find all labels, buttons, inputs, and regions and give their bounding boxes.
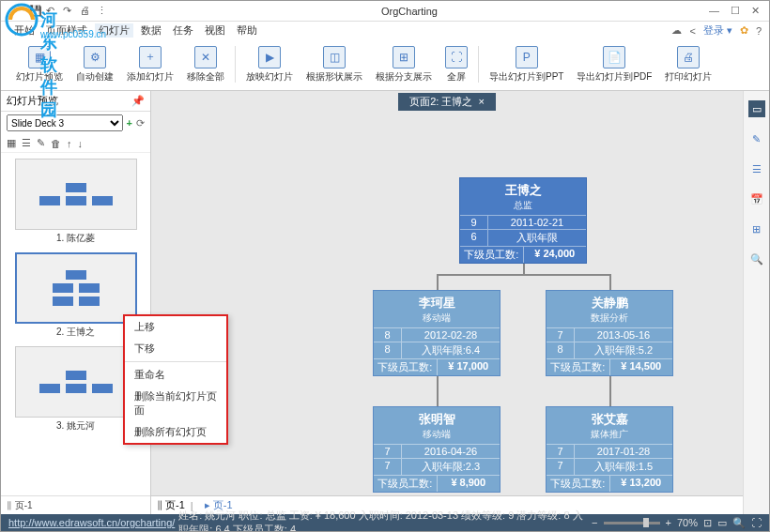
cloud-icon[interactable]: ☁ (671, 24, 682, 37)
right-toolbar: ▭ ✎ ☰ 📅 ⊞ 🔍 (743, 91, 769, 514)
menu-item[interactable]: 开始 (10, 23, 38, 38)
rt-calendar-icon[interactable]: 📅 (748, 190, 765, 207)
rt-search-icon[interactable]: 🔍 (748, 251, 765, 267)
ribbon-byshape[interactable]: ◫根据形状展示 (300, 42, 368, 86)
refresh-icon[interactable]: ⟳ (136, 117, 145, 129)
status-fit-icon[interactable]: ⊡ (703, 517, 712, 529)
menu-item[interactable]: 视图 (201, 23, 229, 38)
sidebar-title: 幻灯片预览 (7, 94, 58, 108)
ctx-delpage[interactable]: 删除当前幻灯片页面 (125, 386, 226, 421)
tool-delete-icon[interactable]: 🗑 (51, 138, 61, 149)
status-fullscreen-icon[interactable]: ⛶ (751, 517, 762, 528)
menu-item[interactable]: 页面样式 (42, 23, 91, 38)
ribbon-autocreate[interactable]: ⚙自动创建 (70, 42, 119, 86)
org-node[interactable]: 张明智移动端 72016-04-26 7入职年限:2.3 下级员工数:¥ 8,9… (373, 406, 500, 493)
rt-tree-icon[interactable]: ⊞ (748, 220, 765, 237)
ribbon-exportppt[interactable]: P导出幻灯片到PPT (484, 42, 569, 86)
qat-more-icon[interactable]: ⋮ (97, 5, 110, 18)
login-link[interactable]: 登录 ▾ (703, 23, 732, 38)
status-page-icon[interactable]: ▭ (717, 517, 727, 529)
menu-item[interactable]: 数据 (137, 23, 165, 38)
window-max-icon[interactable]: ☐ (731, 5, 740, 17)
sidebar-pager[interactable]: ‖ 页-1 (1, 495, 150, 514)
ctx-movedown[interactable]: 下移 (125, 338, 226, 359)
org-node[interactable]: 关静鹏数据分析 72013-05-16 8入职年限:5.2 下级员工数:¥ 14… (546, 290, 673, 376)
org-node[interactable]: 张艾嘉媒体推广 72017-01-28 7入职年限:1.5 下级员工数:¥ 13… (546, 406, 673, 493)
ribbon-toolbar: ▦幻灯片预览 ⚙自动创建 ＋添加幻灯片 ✕移除全部 ▶放映幻灯片 ◫根据形状展示… (1, 38, 769, 91)
ribbon-preview[interactable]: ▦幻灯片预览 (10, 42, 69, 86)
rt-style-icon[interactable]: ✎ (748, 130, 765, 147)
rt-list-icon[interactable]: ☰ (748, 160, 765, 177)
context-menu: 上移 下移 重命名 删除当前幻灯片页面 删除所有幻灯页 (123, 314, 228, 445)
help-icon[interactable]: ? (756, 25, 762, 37)
status-url[interactable]: http://www.edrawsoft.cn/orgcharting/ (8, 517, 175, 528)
ribbon-play[interactable]: ▶放映幻灯片 (240, 42, 299, 86)
canvas-tab[interactable]: 页面2: 王博之 × (398, 93, 496, 111)
pin-icon[interactable]: 📌 (131, 95, 145, 107)
ribbon-removeall[interactable]: ✕移除全部 (181, 42, 230, 86)
org-node[interactable]: 李珂星移动端 82012-02-28 8入职年限:6.4 下级员工数:¥ 17,… (373, 290, 500, 376)
qat-save-icon[interactable]: 💾 (29, 5, 42, 18)
qat-print-icon[interactable]: 🖨 (80, 5, 93, 18)
zoom-value: 70% (677, 517, 698, 528)
menu-item[interactable]: 帮助 (233, 23, 261, 38)
tab-close-icon[interactable]: × (478, 96, 484, 107)
window-min-icon[interactable]: — (709, 5, 719, 17)
ribbon-exportpdf[interactable]: 📄导出幻灯片到PDF (571, 42, 657, 86)
deck-select[interactable]: Slide Deck 3 (7, 114, 123, 131)
rt-card-icon[interactable]: ▭ (748, 100, 765, 117)
settings-flower-icon[interactable]: ✿ (740, 24, 748, 37)
menu-item[interactable]: 幻灯片 (95, 23, 133, 38)
status-bar: http://www.edrawsoft.cn/orgcharting/ 姓名:… (1, 514, 769, 531)
tool-edit-icon[interactable]: ✎ (37, 137, 45, 149)
ctx-rename[interactable]: 重命名 (125, 364, 226, 386)
zoom-out-icon[interactable]: − (592, 517, 597, 528)
menu-bar: 开始 页面样式 幻灯片 数据 任务 视图 帮助 (1, 22, 769, 38)
org-canvas[interactable]: 王博之 总监 92011-02-21 6入职年限 下级员工数:¥ 24,000 … (151, 112, 743, 495)
app-title: OrgCharting (110, 6, 709, 17)
add-deck-icon[interactable]: + (127, 117, 132, 129)
status-fields: 姓名: 姚元河 职位: 总监 工资: ¥ 18,600 入职时间: 2012-0… (178, 509, 588, 532)
window-close-icon[interactable]: ✕ (751, 5, 760, 17)
zoom-in-icon[interactable]: + (666, 517, 671, 528)
tool-up-icon[interactable]: ↑ (67, 138, 72, 149)
title-bar: 💾 ↶ ↷ 🖨 ⋮ OrgCharting — ☐ ✕ (1, 1, 769, 22)
ribbon-bybranch[interactable]: ⊞根据分支展示 (370, 42, 438, 86)
status-search-icon[interactable]: 🔍 (732, 517, 746, 529)
zoom-slider[interactable] (604, 522, 660, 524)
slide-thumb[interactable]: 1. 陈亿菱 (7, 159, 145, 245)
ctx-moveup[interactable]: 上移 (125, 316, 226, 338)
slide-sidebar: 幻灯片预览 📌 Slide Deck 3 + ⟳ ▦ ☰ ✎ 🗑 ↑ ↓ 1. … (1, 91, 151, 514)
menu-item[interactable]: 任务 (169, 23, 197, 38)
ribbon-addslide[interactable]: ＋添加幻灯片 (121, 42, 179, 86)
tool-down-icon[interactable]: ↓ (78, 138, 84, 149)
share-icon[interactable]: < (689, 25, 695, 37)
qat-undo-icon[interactable]: ↶ (46, 5, 59, 18)
tool-list-icon[interactable]: ☰ (22, 137, 31, 149)
ribbon-print[interactable]: 🖨打印幻灯片 (659, 42, 717, 86)
ribbon-fullscreen[interactable]: ⛶全屏 (439, 42, 473, 86)
qat-redo-icon[interactable]: ↷ (63, 5, 76, 18)
ctx-delall[interactable]: 删除所有幻灯页 (125, 421, 226, 443)
org-node-root[interactable]: 王博之 总监 92011-02-21 6入职年限 下级员工数:¥ 24,000 (459, 177, 587, 264)
tool-grid-icon[interactable]: ▦ (7, 137, 16, 149)
